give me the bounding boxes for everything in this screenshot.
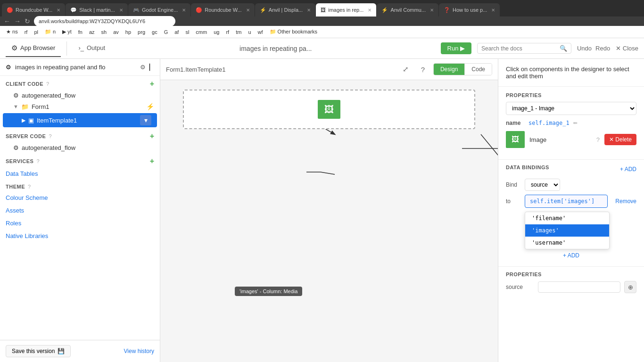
dropdown-item-filename[interactable]: 'filename' bbox=[525, 212, 609, 224]
component-select[interactable]: image_1 - Image bbox=[506, 102, 636, 115]
bookmark-rf[interactable]: rf bbox=[22, 28, 30, 36]
form1-label: Form1 bbox=[32, 103, 143, 110]
sidebar-collapse-icon[interactable]: ▏ bbox=[149, 64, 154, 71]
image-component[interactable]: 🖼 bbox=[318, 100, 340, 119]
search-input[interactable] bbox=[481, 45, 557, 52]
forward-button[interactable]: → bbox=[14, 17, 21, 25]
tab-close[interactable]: ✕ bbox=[182, 8, 186, 13]
properties-title: Properties bbox=[506, 92, 636, 98]
sidebar-item-colour-scheme[interactable]: Colour Scheme bbox=[0, 191, 160, 204]
tab-app-browser[interactable]: ⚙ App Browser bbox=[6, 40, 61, 57]
bind-type-select[interactable]: source bbox=[525, 179, 560, 191]
name-value: self.image_1 bbox=[528, 120, 570, 126]
bookmark-az[interactable]: az bbox=[87, 28, 97, 36]
bookmark-fn[interactable]: fn bbox=[76, 28, 85, 36]
bookmark-prg[interactable]: prg bbox=[135, 28, 148, 36]
url-text: anvil.works/build#app:W2Y3ZDQYKDQL6UY6 bbox=[39, 18, 145, 24]
binding-code-display[interactable]: self.item['images'] bbox=[525, 195, 608, 208]
bookmark-other[interactable]: 📁 Other bookmarks bbox=[267, 28, 320, 36]
dropdown-item-images[interactable]: 'images' bbox=[525, 224, 609, 237]
add-binding-button[interactable]: + ADD bbox=[620, 166, 636, 173]
sidebar-item-autogenerated-server[interactable]: ⚙ autogenerated_flow bbox=[0, 142, 160, 153]
remove-binding-link[interactable]: Remove bbox=[615, 198, 636, 205]
tab-close-active[interactable]: ✕ bbox=[368, 8, 372, 13]
reload-button[interactable]: ↻ bbox=[25, 17, 30, 25]
view-history-link[interactable]: View history bbox=[124, 348, 154, 354]
theme-help-icon[interactable]: ? bbox=[28, 184, 31, 189]
client-code-help-icon[interactable]: ? bbox=[46, 81, 49, 87]
bookmark-sl[interactable]: sl bbox=[183, 28, 191, 36]
autogenerated-client-label: autogenerated_flow bbox=[22, 92, 154, 99]
close-button[interactable]: ✕ Close bbox=[616, 45, 638, 52]
tab-slack[interactable]: 💬 Slack | martin... ✕ bbox=[66, 3, 128, 16]
tab-anvil-community[interactable]: ⚡ Anvil Commu... ✕ bbox=[377, 3, 438, 16]
source-prop-input[interactable] bbox=[538, 281, 620, 293]
form1-expand-icon[interactable]: ▼ bbox=[13, 104, 18, 109]
tab-anvil-display[interactable]: ⚡ Anvil | Displa... ✕ bbox=[255, 3, 316, 16]
tab-close[interactable]: ✕ bbox=[57, 8, 60, 13]
bookmark-hp[interactable]: hp bbox=[123, 28, 133, 36]
name-row: name self.image_1 ✏ bbox=[506, 120, 636, 126]
tab-roundcube-2[interactable]: 🔴 Roundcube W... ✕ bbox=[191, 3, 254, 16]
expand-button[interactable]: ⤢ bbox=[399, 63, 413, 76]
bookmark-yt[interactable]: ▶ yt bbox=[60, 28, 74, 36]
tab-godot[interactable]: 🎮 Godot Engine... ✕ bbox=[128, 3, 190, 16]
tab-close[interactable]: ✕ bbox=[246, 8, 250, 13]
tab-how-to[interactable]: ❓ How to use p... ✕ bbox=[439, 3, 500, 16]
bookmark-af[interactable]: af bbox=[172, 28, 181, 36]
redo-button[interactable]: Redo bbox=[595, 45, 610, 52]
sidebar-item-data-tables[interactable]: Data Tables bbox=[0, 167, 160, 180]
bookmark-av[interactable]: av bbox=[111, 28, 121, 36]
bookmark-pl[interactable]: pl bbox=[32, 28, 41, 36]
tab-close[interactable]: ✕ bbox=[307, 8, 311, 13]
bookmark-gc[interactable]: gc bbox=[149, 28, 160, 36]
tab-images-active[interactable]: 🖼 images in rep... ✕ bbox=[316, 3, 376, 16]
bookmark-cmm[interactable]: cmm bbox=[193, 28, 209, 36]
run-button[interactable]: Run ▶ bbox=[441, 42, 471, 54]
itemtemplate-dropdown-button[interactable]: ▾ bbox=[140, 115, 151, 125]
url-bar[interactable]: anvil.works/build#app:W2Y3ZDQYKDQL6UY6 bbox=[34, 16, 175, 26]
undo-button[interactable]: Undo bbox=[577, 45, 592, 52]
tab-close[interactable]: ✕ bbox=[119, 8, 123, 13]
sidebar-settings-icon[interactable]: ⚙ bbox=[140, 64, 146, 71]
server-code-help-icon[interactable]: ? bbox=[49, 133, 51, 139]
edit-name-icon[interactable]: ✏ bbox=[573, 120, 578, 126]
dropdown-item-username[interactable]: 'username' bbox=[525, 237, 609, 249]
bookmark-ns[interactable]: ★ ns bbox=[4, 28, 20, 36]
bookmark-sh[interactable]: sh bbox=[99, 28, 109, 36]
client-code-section-header: CLIENT CODE ? + bbox=[0, 76, 160, 90]
sidebar-item-native-libraries[interactable]: Native Libraries bbox=[0, 230, 160, 242]
sidebar-item-assets[interactable]: Assets bbox=[0, 204, 160, 217]
code-tab-button[interactable]: Code bbox=[464, 64, 492, 75]
delete-button[interactable]: ✕ Delete bbox=[604, 134, 636, 145]
services-help-icon[interactable]: ? bbox=[36, 158, 39, 164]
add-binding-footer[interactable]: + ADD bbox=[506, 249, 636, 262]
source-prop-button[interactable]: ⊕ bbox=[624, 281, 636, 293]
services-add-button[interactable]: + bbox=[150, 157, 154, 165]
server-code-add-button[interactable]: + bbox=[150, 132, 154, 140]
bookmark-ug[interactable]: ug bbox=[211, 28, 222, 36]
bookmark-wf[interactable]: wf bbox=[256, 28, 265, 36]
sidebar-item-roles[interactable]: Roles bbox=[0, 217, 160, 230]
design-tab-button[interactable]: Design bbox=[434, 64, 464, 75]
tab-output[interactable]: ›_ Output bbox=[73, 41, 111, 56]
help-button[interactable]: ? bbox=[416, 63, 429, 76]
client-code-add-button[interactable]: + bbox=[150, 80, 154, 88]
itemtemplate-expand-icon[interactable]: ▶ bbox=[22, 117, 25, 123]
save-version-button[interactable]: Save this version 💾 bbox=[6, 345, 71, 357]
bookmark-u[interactable]: u bbox=[246, 28, 253, 36]
search-icon[interactable]: 🔍 bbox=[560, 45, 567, 52]
back-button[interactable]: ← bbox=[4, 17, 10, 25]
sidebar-item-itemtemplate1[interactable]: ▶ ▣ ItemTemplate1 ▾ bbox=[3, 113, 157, 127]
image-help-icon[interactable]: ? bbox=[596, 136, 600, 143]
tab-close[interactable]: ✕ bbox=[430, 8, 434, 13]
bookmark-tm[interactable]: tm bbox=[233, 28, 244, 36]
tab-close[interactable]: ✕ bbox=[491, 8, 495, 13]
bookmark-G[interactable]: G bbox=[162, 28, 171, 36]
bookmark-rf2[interactable]: rf bbox=[223, 28, 231, 36]
sidebar-item-form1[interactable]: ▼ 📁 Form1 ⚡ bbox=[0, 101, 160, 112]
tab-roundcube-1[interactable]: 🔴 Roundcube W... ✕ bbox=[2, 3, 65, 16]
sidebar-item-autogenerated-client[interactable]: ⚙ autogenerated_flow bbox=[0, 90, 160, 101]
bookmark-n[interactable]: 📁 n bbox=[42, 28, 58, 36]
sidebar-content: CLIENT CODE ? + ⚙ autogenerated_flow ▼ 📁… bbox=[0, 76, 160, 340]
